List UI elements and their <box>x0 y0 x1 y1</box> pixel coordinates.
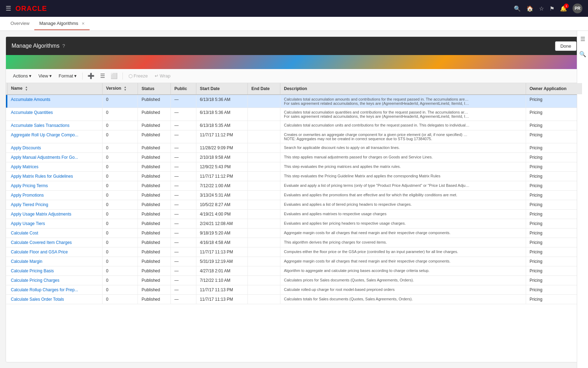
algorithm-name-link[interactable]: Apply Promotions <box>11 193 44 198</box>
algorithm-name-link[interactable]: Calculate Covered Item Charges <box>11 240 72 245</box>
table-row[interactable]: Apply Promotions0Published—3/13/24 5:31 … <box>6 191 582 200</box>
algorithm-name-link[interactable]: Calculate Margin <box>11 259 42 264</box>
col-header-owner-app[interactable]: Owner Application <box>526 83 582 95</box>
algorithm-name-link[interactable]: Accumulate Quantities <box>11 110 53 115</box>
table-row[interactable]: Calculate Pricing Basis0Published—4/27/1… <box>6 266 582 276</box>
flag-icon[interactable]: ⚑ <box>550 5 554 12</box>
row-description: This step applies manual adjustments pas… <box>280 153 526 162</box>
table-row[interactable]: Calculate Sales Order Totals0Published—1… <box>6 295 582 304</box>
side-panel-list-icon[interactable]: ☰ <box>578 34 587 45</box>
row-version: 0 <box>103 229 138 238</box>
view-button[interactable]: View ▾ <box>36 72 55 80</box>
col-header-status[interactable]: Status <box>138 83 171 95</box>
row-name: Apply Tiered Pricing <box>7 200 103 210</box>
algorithm-name-link[interactable]: Accumulate Sales Transactions <box>11 123 69 128</box>
table-row[interactable]: Calculate Rollup Charges for Prep...0Pub… <box>6 285 582 295</box>
page-title: Manage Algorithms <box>12 43 59 49</box>
table-row[interactable]: Accumulate Amounts0Published—6/13/18 5:3… <box>6 95 582 108</box>
row-public: — <box>171 257 196 266</box>
sort-desc-ver-icon: ▼ <box>124 89 127 91</box>
algorithm-name-link[interactable]: Accumulate Amounts <box>11 97 50 102</box>
algorithm-name-link[interactable]: Apply Discounts <box>11 145 41 150</box>
table-row[interactable]: Accumulate Quantities0Published—6/13/18 … <box>6 108 582 121</box>
row-status: Published <box>138 210 171 219</box>
table-row[interactable]: Calculate Pricing Charges0Published—7/12… <box>6 276 582 285</box>
row-start-date: 10/5/22 8:27 AM <box>196 200 247 210</box>
star-icon[interactable]: ☆ <box>539 5 544 12</box>
help-icon[interactable]: ? <box>62 43 65 49</box>
row-description: Aggregate margin costs for all charges t… <box>280 229 526 238</box>
table-row[interactable]: Calculate Covered Item Charges0Published… <box>6 238 582 247</box>
algorithm-name-link[interactable]: Calculate Pricing Basis <box>11 268 54 273</box>
freeze-button[interactable]: ⬡ Freeze <box>126 72 150 80</box>
algorithm-name-link[interactable]: Calculate Floor and GSA Price <box>11 250 68 254</box>
algorithm-name-link[interactable]: Calculate Rollup Charges for Prep... <box>11 287 78 292</box>
algorithm-name-link[interactable]: Apply Usage Tiers <box>11 221 45 226</box>
tab-close-icon[interactable]: ✕ <box>82 21 85 26</box>
algorithm-name-link[interactable]: Calculate Sales Order Totals <box>11 297 64 302</box>
row-public: — <box>171 162 196 172</box>
col-header-end-date[interactable]: End Date <box>248 83 280 95</box>
table-row[interactable]: Calculate Margin0Published—5/31/19 12:19… <box>6 257 582 266</box>
algorithm-name-link[interactable]: Apply Matrix Rules for Guidelines <box>11 174 73 179</box>
col-header-description[interactable]: Description <box>280 83 526 95</box>
algorithm-name-link[interactable]: Apply Usage Matrix Adjustments <box>11 212 71 217</box>
table-row[interactable]: Apply Pricing Terms0Published—7/12/22 1:… <box>6 181 582 191</box>
wrap-button[interactable]: ↵ Wrap <box>152 72 173 80</box>
algorithm-name-link[interactable]: Calculate Pricing Charges <box>11 278 59 283</box>
avatar[interactable]: PR <box>573 4 582 13</box>
col-header-name[interactable]: Name ▲ ▼ <box>7 83 103 95</box>
col-header-version[interactable]: Version ▲ ▼ <box>103 83 138 95</box>
table-body: Accumulate Amounts0Published—6/13/18 5:3… <box>6 95 582 304</box>
table-row[interactable]: Aggregate Roll Up Charge Compo...0Publis… <box>6 130 582 143</box>
actions-button[interactable]: Actions ▾ <box>10 72 34 80</box>
table-row[interactable]: Apply Manual Adjustments For Go...0Publi… <box>6 153 582 162</box>
algorithm-name-link[interactable]: Apply Tiered Pricing <box>11 202 48 207</box>
table-row[interactable]: Apply Usage Tiers0Published—2/24/21 12:0… <box>6 219 582 229</box>
row-description: Calculates totals for Sales documents (Q… <box>280 295 526 304</box>
notification-icon[interactable]: 🔔 1 <box>560 5 567 12</box>
algorithms-table-container[interactable]: Name ▲ ▼ Version ▲ ▼ <box>6 83 582 362</box>
tab-overview[interactable]: Overview <box>6 17 34 30</box>
row-version: 0 <box>103 266 138 276</box>
row-status: Published <box>138 229 171 238</box>
row-description: Calculates total accumulation units and … <box>280 121 526 130</box>
table-row[interactable]: Apply Tiered Pricing0Published—10/5/22 8… <box>6 200 582 210</box>
algorithm-name-link[interactable]: Calculate Cost <box>11 231 38 236</box>
row-status: Published <box>138 162 171 172</box>
search-icon[interactable]: 🔍 <box>514 5 521 12</box>
row-description: Creates or overwrites an aggregate charg… <box>280 130 526 143</box>
row-start-date: 11/7/17 11:13 PM <box>196 247 247 257</box>
row-status: Published <box>138 238 171 247</box>
row-end-date <box>248 276 280 285</box>
table-row[interactable]: Calculate Cost0Published—9/18/19 5:20 AM… <box>6 229 582 238</box>
sort-icons-name[interactable]: ▲ ▼ <box>25 86 28 91</box>
format-button[interactable]: Format ▾ <box>56 72 79 80</box>
view-list-icon-button[interactable]: ☰ <box>98 71 107 81</box>
add-row-icon-button[interactable]: ➕ <box>85 71 97 81</box>
row-owner-app: Pricing <box>526 295 582 304</box>
algorithm-name-link[interactable]: Aggregate Roll Up Charge Compo... <box>11 132 78 137</box>
table-row[interactable]: Apply Matrix Rules for Guidelines0Publis… <box>6 172 582 181</box>
table-row[interactable]: Apply Matrices0Published—12/9/22 5:43 PM… <box>6 162 582 172</box>
algorithm-name-link[interactable]: Apply Matrices <box>11 164 38 169</box>
algorithm-name-link[interactable]: Apply Pricing Terms <box>11 183 48 188</box>
table-row[interactable]: Apply Usage Matrix Adjustments0Published… <box>6 210 582 219</box>
table-row[interactable]: Accumulate Sales Transactions0Published—… <box>6 121 582 130</box>
table-row[interactable]: Apply Discounts0Published—11/28/22 9:09 … <box>6 143 582 153</box>
algorithm-name-link[interactable]: Apply Manual Adjustments For Go... <box>11 155 78 160</box>
row-version: 0 <box>103 276 138 285</box>
done-button[interactable]: Done <box>555 41 576 51</box>
col-header-start-date[interactable]: Start Date <box>196 83 247 95</box>
row-name: Calculate Floor and GSA Price <box>7 247 103 257</box>
export-icon-button[interactable]: ⬜ <box>108 71 120 81</box>
table-row[interactable]: Calculate Floor and GSA Price0Published—… <box>6 247 582 257</box>
tab-manage-algorithms[interactable]: Manage Algorithms ✕ <box>34 17 90 30</box>
hamburger-menu-icon[interactable]: ☰ <box>6 5 11 12</box>
home-icon[interactable]: 🏠 <box>526 5 533 12</box>
row-version: 0 <box>103 143 138 153</box>
col-header-public[interactable]: Public <box>171 83 196 95</box>
actions-chevron-icon: ▾ <box>29 73 31 79</box>
side-panel-search-icon[interactable]: 🔍 <box>577 49 588 60</box>
sort-icons-version[interactable]: ▲ ▼ <box>124 86 127 91</box>
